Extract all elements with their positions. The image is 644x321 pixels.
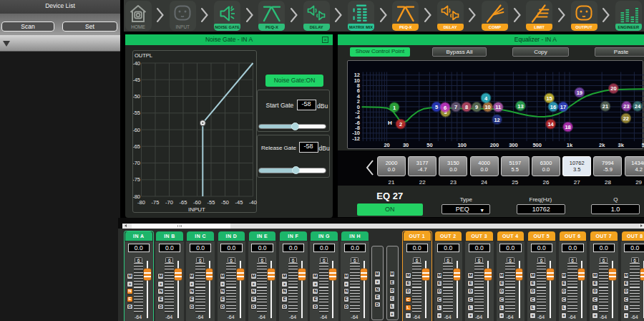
svg-text:19: 19 — [577, 90, 582, 96]
svg-text:21: 21 — [602, 103, 608, 110]
svg-text:-40: -40 — [133, 60, 140, 67]
svg-text:8: 8 — [465, 104, 468, 110]
svg-text:12: 12 — [494, 117, 500, 123]
svg-text:-65: -65 — [133, 143, 140, 150]
svg-text:7: 7 — [455, 104, 458, 110]
svg-text:-70: -70 — [133, 160, 140, 166]
svg-text:3k: 3k — [618, 142, 625, 148]
svg-text:2: 2 — [399, 121, 402, 128]
svg-text:H: H — [389, 120, 393, 126]
svg-text:13: 13 — [518, 103, 524, 110]
svg-text:100: 100 — [458, 142, 467, 148]
svg-text:9: 9 — [475, 104, 478, 110]
svg-text:10: 10 — [485, 104, 491, 110]
svg-text:14: 14 — [548, 121, 555, 128]
svg-text:24: 24 — [635, 103, 641, 110]
svg-text:-40: -40 — [249, 199, 257, 206]
svg-text:20: 20 — [384, 142, 390, 148]
svg-text:1: 1 — [393, 105, 396, 111]
svg-text:2k: 2k — [599, 142, 605, 148]
svg-text:-70: -70 — [165, 199, 173, 206]
svg-text:6: 6 — [444, 105, 447, 111]
svg-text:5: 5 — [435, 104, 438, 110]
svg-text:INPUT: INPUT — [188, 206, 205, 213]
svg-text:17: 17 — [560, 104, 566, 110]
svg-text:-80: -80 — [137, 199, 145, 206]
svg-text:16: 16 — [550, 104, 556, 110]
svg-text:22: 22 — [623, 115, 629, 122]
svg-text:-60: -60 — [193, 199, 201, 206]
svg-text:200: 200 — [490, 142, 499, 148]
svg-text:-12: -12 — [353, 135, 361, 142]
svg-text:20: 20 — [611, 86, 617, 92]
svg-text:15: 15 — [547, 95, 552, 102]
svg-text:300: 300 — [509, 142, 519, 148]
svg-text:11: 11 — [496, 104, 502, 110]
svg-text:18: 18 — [565, 124, 571, 130]
svg-text:-75: -75 — [133, 176, 140, 183]
svg-text:-75: -75 — [152, 199, 160, 206]
svg-text:-55: -55 — [133, 110, 140, 116]
svg-text:1k: 1k — [567, 142, 573, 148]
svg-text:30: 30 — [403, 142, 409, 148]
svg-text:-65: -65 — [180, 199, 187, 206]
svg-text:50: 50 — [427, 142, 433, 148]
svg-text:500: 500 — [533, 142, 542, 148]
svg-text:-50: -50 — [221, 199, 229, 206]
svg-text:-50: -50 — [133, 93, 140, 100]
svg-text:-45: -45 — [235, 199, 243, 206]
svg-text:-55: -55 — [208, 199, 215, 206]
svg-text:-60: -60 — [133, 127, 140, 133]
svg-text:23: 23 — [624, 103, 630, 110]
svg-text:-45: -45 — [133, 77, 140, 83]
